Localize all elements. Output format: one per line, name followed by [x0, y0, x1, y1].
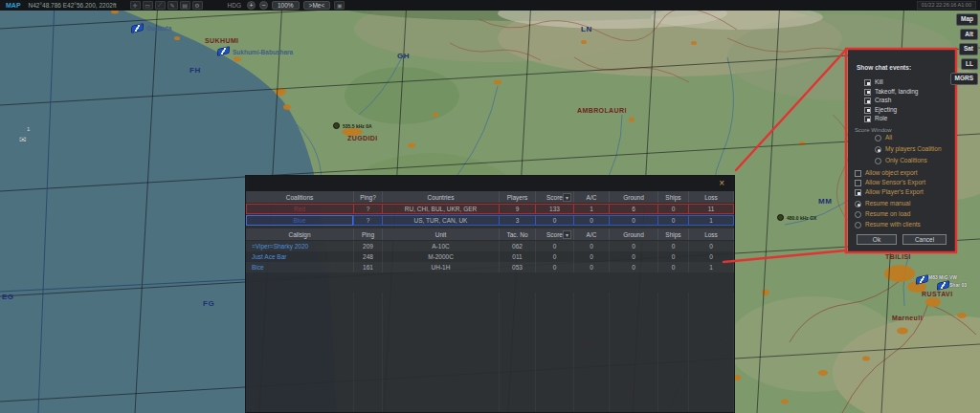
checkbox[interactable] [855, 180, 861, 186]
sort-dropdown-icon[interactable]: ▾ [563, 230, 571, 239]
cell: =Viper=Sharky 2020 [246, 241, 354, 251]
radio-button[interactable] [855, 201, 861, 207]
measure-icon[interactable]: ⟋ [155, 1, 166, 10]
player-row[interactable]: Bice 161 UH-1H 053 0 0 0 0 1 [246, 262, 734, 272]
chat-event-option[interactable]: Takeoff, landing [864, 89, 918, 96]
score-window-mode-option[interactable]: All [875, 135, 892, 141]
option-label: Allow Sensor's Export [865, 180, 925, 186]
chat-options-panel: Show chat events: Kill Takeoff, landing … [848, 50, 955, 251]
column-header: Players [500, 191, 536, 203]
chat-event-option[interactable]: Role [864, 116, 887, 122]
radio-button[interactable] [855, 211, 861, 218]
zoom-out-button[interactable]: − [259, 1, 268, 10]
select-icon[interactable]: ▭ [143, 1, 153, 10]
cell: 6 [610, 204, 658, 214]
column-header: Ping? [354, 191, 383, 203]
checkbox[interactable] [855, 170, 861, 177]
close-icon[interactable]: × [719, 179, 724, 188]
sat-mode-button[interactable]: Sat [959, 43, 978, 55]
option-label: Resume manual [865, 201, 910, 207]
cell: 1 [689, 215, 734, 226]
draw-icon[interactable]: ✎ [167, 1, 178, 10]
resume-option[interactable]: Resume on load [855, 211, 910, 218]
zoom-in-button[interactable]: + [247, 1, 256, 10]
radio-button[interactable] [875, 158, 881, 164]
alt-mode-button[interactable]: Alt [960, 29, 978, 41]
option-label: Allow object export [865, 170, 918, 177]
city-label: TBILISI [885, 253, 911, 260]
column-header: Ships [658, 191, 689, 203]
cell: RU, CHI, BUL, UKR, GER [383, 204, 500, 214]
chat-event-option[interactable]: Crash [864, 98, 891, 104]
cell: ? [354, 215, 383, 226]
cell: 161 [354, 262, 383, 272]
settings-icon[interactable]: ⚙ [192, 1, 203, 10]
message-envelope-icon[interactable]: ✉ [19, 135, 27, 144]
pan-icon[interactable]: ✛ [130, 1, 141, 10]
chat-event-option[interactable]: Ejecting [864, 107, 897, 114]
cell: 0 [658, 262, 689, 272]
checkbox[interactable] [864, 116, 871, 122]
mgrs-mode-button[interactable]: MGRS [950, 73, 979, 85]
checkbox[interactable] [864, 79, 871, 86]
hdg-label: HDG [228, 2, 241, 9]
score-window-body [246, 293, 734, 412]
aircraft-icon[interactable] [916, 275, 927, 284]
cell: 0 [610, 241, 658, 251]
option-label: Resume on load [865, 211, 910, 218]
beacon-icon[interactable] [777, 214, 784, 221]
ok-button[interactable]: Ok [857, 234, 897, 245]
cell: 11 [689, 204, 734, 214]
column-header: Ground [610, 191, 658, 203]
resume-option[interactable]: Resume with clients [855, 222, 921, 228]
sort-dropdown-icon[interactable]: ▾ [563, 193, 571, 202]
score-window-titlebar[interactable]: × [246, 176, 734, 191]
export-option[interactable]: Allow Player's Export [855, 189, 924, 196]
player-header-row: Callsign Ping Unit Tac. No Score▾ A/C Gr… [246, 228, 734, 241]
chat-event-option[interactable]: Kill [864, 79, 883, 86]
ll-mode-button[interactable]: LL [961, 58, 978, 71]
labels-icon[interactable]: ▤ [180, 1, 190, 10]
option-label: Kill [875, 79, 883, 86]
score-window-mode-option[interactable]: Only Coalitions [875, 158, 927, 164]
export-option[interactable]: Allow object export [855, 170, 918, 177]
checkbox[interactable] [864, 107, 871, 114]
coalition-row-blue[interactable]: Blue ? US, TUR, CAN, UK 3 0 0 0 0 1 [246, 215, 734, 226]
checkbox[interactable] [864, 98, 871, 104]
cell: 011 [500, 251, 536, 262]
radio-button[interactable] [855, 222, 861, 228]
checkbox[interactable] [855, 189, 861, 196]
cell: 0 [574, 262, 610, 272]
resume-option[interactable]: Resume manual [855, 201, 910, 207]
cell: Just Ace Bar [246, 251, 354, 262]
airfield-icon[interactable] [217, 47, 229, 55]
cell: 1 [574, 204, 610, 214]
city-label: SUKHUMI [205, 37, 238, 44]
player-row[interactable]: Just Ace Bar 248 M-2000C 011 0 0 0 0 0 [246, 251, 734, 262]
export-option[interactable]: Allow Sensor's Export [855, 180, 925, 186]
score-header-label: Score [546, 231, 563, 238]
center-me-button[interactable]: >Me< [303, 1, 331, 10]
city-label: RUSTAVI [922, 291, 953, 297]
cell: 209 [354, 241, 383, 251]
cancel-button[interactable]: Cancel [902, 234, 947, 245]
checkbox[interactable] [864, 89, 871, 96]
cell: UH-1H [383, 262, 500, 272]
follow-lock-icon[interactable]: ▣ [334, 1, 345, 10]
option-label: Crash [875, 98, 891, 104]
score-window-mode-option[interactable]: My players Coalition [875, 146, 942, 153]
coalition-row-red[interactable]: Red ? RU, CHI, BUL, UKR, GER 9 133 1 6 0… [246, 204, 734, 214]
cell: 0 [536, 262, 574, 272]
zoom-level-button[interactable]: 100% [272, 1, 300, 10]
aircraft-icon[interactable] [937, 281, 948, 290]
radio-button[interactable] [875, 135, 881, 141]
column-header: A/C [574, 228, 610, 240]
cell: 0 [536, 215, 574, 226]
radio-button[interactable] [875, 146, 881, 153]
cell: 0 [610, 215, 658, 226]
beacon-icon[interactable] [333, 122, 340, 129]
airfield-icon[interactable] [131, 24, 143, 33]
map-mode-button[interactable]: Map [956, 13, 978, 26]
player-row[interactable]: =Viper=Sharky 2020 209 A-10C 062 0 0 0 0… [246, 241, 734, 251]
cell: 062 [500, 241, 536, 251]
